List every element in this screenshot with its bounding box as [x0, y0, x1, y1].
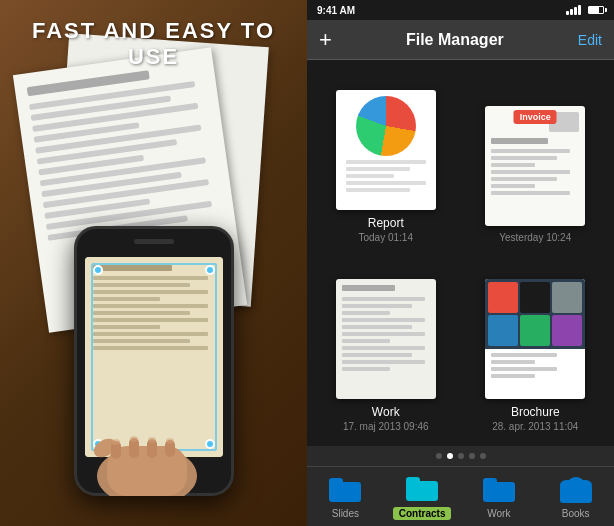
tab-label-contracts: Contracts [393, 507, 452, 520]
file-date-brochure: 28. apr. 2013 11:04 [492, 421, 578, 432]
folder-icon-work [483, 478, 515, 502]
tab-bar: Slides Contracts Work [307, 466, 614, 526]
file-item-work[interactable]: Work 17. maj 2013 09:46 [315, 257, 457, 438]
folder-body-contracts [406, 481, 438, 501]
gadget-6 [552, 315, 582, 346]
folder-body-slides [329, 482, 361, 502]
file-thumbnail-invoice: Invoice [485, 106, 585, 226]
file-date-invoice: Yesterday 10:24 [499, 232, 571, 243]
dot-0 [436, 453, 442, 459]
top-nav: + File Manager Edit [307, 20, 614, 60]
file-name-work: Work [372, 405, 400, 419]
status-time: 9:41 AM [317, 5, 355, 16]
folder-icon-slides [329, 478, 361, 502]
tab-slides[interactable]: Slides [307, 467, 384, 526]
brochure-image [485, 279, 585, 349]
signal-bar-3 [574, 7, 577, 15]
file-grid: Report Today 01:14 Invoice [307, 60, 614, 446]
invoice-badge: Invoice [514, 110, 557, 124]
tab-label-work: Work [487, 508, 510, 519]
gadget-4 [488, 315, 518, 346]
corner-dot-tl [93, 265, 103, 275]
file-thumbnail-report [336, 90, 436, 210]
status-bar: 9:41 AM [307, 0, 614, 20]
right-panel: 9:41 AM + File Manager Edit [307, 0, 614, 526]
file-thumbnail-work [336, 279, 436, 399]
tab-icon-books [558, 474, 594, 506]
pie-chart-icon [356, 96, 416, 156]
phone-mockup [74, 226, 234, 496]
folder-body-work [483, 482, 515, 502]
cloud-folder-body [560, 485, 592, 503]
file-thumbnail-brochure [485, 279, 585, 399]
app-tagline: FAST AND EASY TO USE [0, 0, 307, 80]
tab-label-books: Books [562, 508, 590, 519]
tab-books[interactable]: Books [537, 467, 614, 526]
dot-1 [447, 453, 453, 459]
tab-icon-work [481, 474, 517, 506]
file-name-brochure: Brochure [511, 405, 560, 419]
edit-button[interactable]: Edit [578, 32, 602, 48]
file-date-report: Today 01:14 [359, 232, 414, 243]
gadget-5 [520, 315, 550, 346]
tab-contracts[interactable]: Contracts [384, 467, 461, 526]
file-item-invoice[interactable]: Invoice Invoice Yesterday 10:24 [465, 68, 607, 249]
gadget-2 [520, 282, 550, 313]
signal-bar-2 [570, 9, 573, 15]
dot-4 [480, 453, 486, 459]
tab-label-slides: Slides [332, 508, 359, 519]
phone-speaker [134, 239, 174, 244]
svg-point-9 [148, 437, 156, 443]
gadget-3 [552, 282, 582, 313]
add-button[interactable]: + [319, 29, 332, 51]
file-item-report[interactable]: Report Today 01:14 [315, 68, 457, 249]
tab-icon-contracts [404, 473, 440, 505]
dot-2 [458, 453, 464, 459]
page-indicator [307, 446, 614, 466]
svg-point-8 [130, 436, 138, 442]
file-date-work: 17. maj 2013 09:46 [343, 421, 429, 432]
tab-icon-slides [327, 474, 363, 506]
tab-work[interactable]: Work [461, 467, 538, 526]
corner-dot-tr [205, 265, 215, 275]
file-name-report: Report [368, 216, 404, 230]
cloud-folder-icon-books [560, 477, 592, 503]
left-panel: FAST AND EASY TO USE [0, 0, 307, 526]
file-item-brochure[interactable]: Brochure 28. apr. 2013 11:04 [465, 257, 607, 438]
status-icons [566, 5, 604, 15]
battery-icon [588, 6, 604, 14]
folder-icon-contracts [406, 477, 438, 501]
svg-point-7 [112, 439, 120, 445]
signal-bar-1 [566, 11, 569, 15]
hand-illustration [77, 376, 217, 496]
signal-bar-4 [578, 5, 581, 15]
nav-title: File Manager [406, 31, 504, 49]
gadget-1 [488, 282, 518, 313]
dot-3 [469, 453, 475, 459]
svg-point-10 [166, 438, 174, 444]
